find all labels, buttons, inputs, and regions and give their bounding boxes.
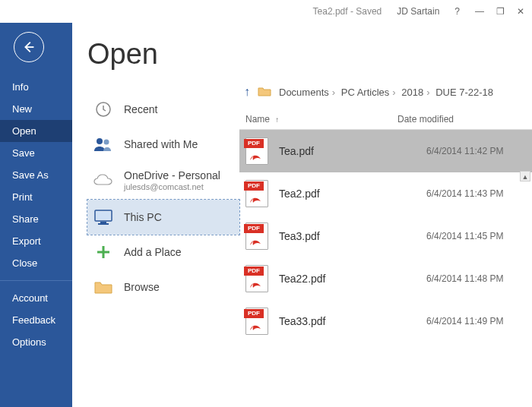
column-date[interactable]: Date modified xyxy=(397,114,454,125)
file-row[interactable]: PDF Tea3.pdf 6/4/2014 11:45 PM xyxy=(239,215,532,257)
back-arrow-icon xyxy=(21,39,37,55)
column-name[interactable]: Name xyxy=(245,114,270,125)
plus-icon xyxy=(93,242,113,262)
sort-asc-icon: ↑ xyxy=(275,115,279,124)
document-title: Tea2.pdf - Saved xyxy=(313,6,382,17)
file-date: 6/4/2014 11:48 PM xyxy=(426,273,503,284)
pdf-icon: PDF xyxy=(245,180,268,207)
location-browse[interactable]: Browse xyxy=(87,270,239,304)
close-button[interactable]: ✕ xyxy=(517,6,524,17)
backstage-sidebar: Info New Open Save Save As Print Share E… xyxy=(0,23,72,407)
nav-feedback[interactable]: Feedback xyxy=(0,309,72,331)
file-row[interactable]: PDF Tea.pdf 6/4/2014 11:42 PM xyxy=(239,130,532,172)
scrollbar[interactable]: ▲ xyxy=(520,171,530,399)
svg-rect-5 xyxy=(100,222,106,223)
location-label: Add a Place xyxy=(124,246,182,259)
location-label: Recent xyxy=(124,103,157,116)
file-date: 6/4/2014 11:43 PM xyxy=(426,188,503,199)
minimize-button[interactable]: — xyxy=(475,6,484,17)
computer-icon xyxy=(93,207,113,227)
pdf-icon: PDF xyxy=(245,222,268,250)
file-name: Tea33.pdf xyxy=(279,315,416,327)
onedrive-icon xyxy=(93,171,113,191)
folder-icon xyxy=(93,277,113,297)
folder-icon xyxy=(258,86,271,99)
file-date: 6/4/2014 11:49 PM xyxy=(426,316,503,327)
breadcrumb-segment[interactable]: Documents xyxy=(279,87,329,98)
location-label: OneDrive - Personal xyxy=(124,169,220,182)
nav-save[interactable]: Save xyxy=(0,142,72,164)
location-add-place[interactable]: Add a Place xyxy=(87,235,239,270)
file-name: Tea2.pdf xyxy=(279,188,416,200)
nav-account[interactable]: Account xyxy=(0,287,72,309)
file-name: Tea22.pdf xyxy=(279,273,416,285)
file-row[interactable]: PDF Tea33.pdf 6/4/2014 11:49 PM xyxy=(239,300,532,342)
people-icon xyxy=(93,134,113,154)
location-label: This PC xyxy=(124,211,162,224)
breadcrumb: ↑ Documents› PC Articles› 2018› DUE 7-22… xyxy=(239,85,532,99)
user-name: JD Sartain xyxy=(397,6,439,17)
file-row[interactable]: PDF Tea2.pdf 6/4/2014 11:43 PM xyxy=(239,172,532,215)
column-headers: Name ↑ Date modified xyxy=(239,111,532,130)
location-onedrive[interactable]: OneDrive - Personal julesds@comcast.net xyxy=(87,162,239,200)
nav-options[interactable]: Options xyxy=(0,331,72,353)
nav-open[interactable]: Open xyxy=(0,120,72,142)
svg-point-1 xyxy=(97,138,103,144)
svg-rect-6 xyxy=(98,223,109,225)
page-title: Open xyxy=(87,38,239,71)
pdf-icon: PDF xyxy=(245,137,268,165)
breadcrumb-segment[interactable]: 2018 xyxy=(401,87,423,98)
nav-print[interactable]: Print xyxy=(0,186,72,208)
sidebar-divider xyxy=(0,280,72,281)
location-this-pc[interactable]: This PC xyxy=(87,200,239,235)
file-date: 6/4/2014 11:45 PM xyxy=(426,231,503,241)
up-arrow-icon[interactable]: ↑ xyxy=(244,85,250,99)
breadcrumb-segment[interactable]: PC Articles xyxy=(341,87,390,98)
pdf-icon: PDF xyxy=(245,308,268,335)
file-name: Tea3.pdf xyxy=(279,230,416,242)
back-button[interactable] xyxy=(14,32,44,62)
svg-rect-4 xyxy=(97,212,110,219)
nav-info[interactable]: Info xyxy=(0,76,72,98)
breadcrumb-segment[interactable]: DUE 7-22-18 xyxy=(435,87,493,98)
help-button[interactable]: ? xyxy=(454,6,460,17)
nav-new[interactable]: New xyxy=(0,98,72,120)
nav-close[interactable]: Close xyxy=(0,252,72,274)
svg-point-2 xyxy=(104,140,109,145)
nav-share[interactable]: Share xyxy=(0,208,72,230)
onedrive-email: julesds@comcast.net xyxy=(124,182,220,192)
pdf-icon: PDF xyxy=(245,265,268,292)
nav-save-as[interactable]: Save As xyxy=(0,164,72,186)
file-date: 6/4/2014 11:42 PM xyxy=(426,146,503,156)
clock-icon xyxy=(93,99,113,119)
scroll-up-button[interactable]: ▲ xyxy=(520,171,530,181)
location-label: Shared with Me xyxy=(124,138,198,151)
location-label: Browse xyxy=(124,281,160,294)
file-row[interactable]: PDF Tea22.pdf 6/4/2014 11:48 PM xyxy=(239,257,532,300)
restore-button[interactable]: ❐ xyxy=(496,6,505,17)
location-shared[interactable]: Shared with Me xyxy=(87,127,239,162)
file-name: Tea.pdf xyxy=(279,145,416,157)
nav-export[interactable]: Export xyxy=(0,230,72,252)
file-list: PDF Tea.pdf 6/4/2014 11:42 PM PDF Tea2.p… xyxy=(239,130,532,342)
location-recent[interactable]: Recent xyxy=(87,92,239,127)
